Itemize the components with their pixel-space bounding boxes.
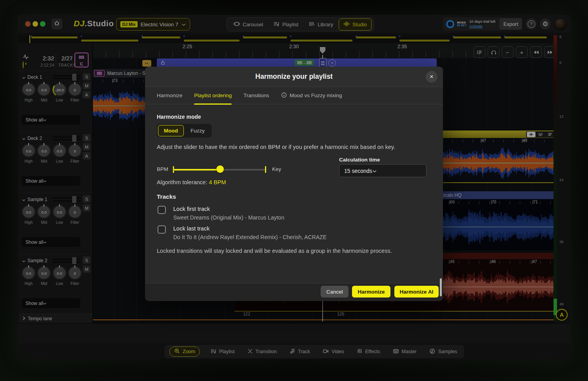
- lock-last-track-label[interactable]: Lock last track: [173, 225, 210, 232]
- close-button[interactable]: ×: [426, 71, 437, 83]
- calc-time-heading: Calculation time: [339, 157, 380, 163]
- modal-tab-label: Harmonize: [157, 93, 182, 98]
- last-track-name: Do It To It (Andrew Rayel Extended Remix…: [173, 234, 327, 240]
- mode-heading: Harmonize mode: [157, 114, 201, 120]
- mode-mood-button[interactable]: Mood: [158, 125, 184, 136]
- app-screen: DJ.Studio DJ Mix Electric Vision 7 Carou…: [0, 0, 588, 381]
- modal-tab-label: Playlist ordering: [194, 93, 232, 98]
- locked-transitions-note: Locked transitions will stay locked and …: [157, 248, 431, 254]
- modal-scrollbar[interactable]: [440, 278, 442, 296]
- lock-first-track-label[interactable]: Lock first track: [173, 206, 210, 212]
- modal-tab-label: Mood vs Fuzzy mixing: [290, 93, 342, 98]
- modal-tab-harmonize[interactable]: Harmonize: [157, 87, 182, 104]
- modal-title: Harmonize your playlist: [255, 73, 332, 81]
- calc-time-value: 15 seconds: [344, 168, 372, 174]
- modal-header: Harmonize your playlist ×: [145, 67, 443, 87]
- slider-end-tick: [265, 166, 266, 173]
- first-track-name: Sweet Dreams (Original Mix) - Marcus Lay…: [173, 214, 284, 221]
- harmonize-ai-button[interactable]: Harmonize AI: [394, 286, 439, 298]
- tolerance-value: 4 BPM: [209, 179, 226, 185]
- cancel-button[interactable]: Cancel: [321, 286, 348, 298]
- info-icon: [281, 92, 287, 99]
- modal-harmonize-button[interactable]: Harmonize: [352, 286, 390, 298]
- mode-segmented-control: Mood Fuzzy: [157, 124, 212, 138]
- slider-thumb[interactable]: [216, 165, 224, 173]
- harmonize-modal: Harmonize your playlist × HarmonizePlayl…: [145, 67, 443, 301]
- slider-fill: [174, 169, 220, 171]
- calc-time-select[interactable]: 15 seconds: [339, 164, 426, 177]
- chevron-down-icon: [372, 168, 377, 174]
- modal-tab-transitions[interactable]: Transitions: [243, 87, 269, 104]
- slider-left-label: BPM: [157, 166, 168, 172]
- mode-fuzzy-button[interactable]: Fuzzy: [185, 125, 211, 136]
- algorithm-tolerance: Algorithm tolerance: 4 BPM: [157, 179, 226, 185]
- close-icon: ×: [430, 73, 433, 80]
- modal-tab-mood-vs-fuzzy-mixing[interactable]: Mood vs Fuzzy mixing: [281, 87, 342, 104]
- mode-description: Adjust the slider to have the mix ordere…: [157, 144, 431, 150]
- lock-last-track-checkbox[interactable]: [158, 225, 166, 234]
- modal-tab-playlist-ordering[interactable]: Playlist ordering: [194, 87, 232, 104]
- modal-tabs: HarmonizePlaylist orderingTransitionsMoo…: [145, 87, 443, 104]
- tracks-heading: Tracks: [157, 193, 176, 200]
- modal-tab-label: Transitions: [243, 93, 269, 98]
- lock-first-track-checkbox[interactable]: [158, 206, 166, 214]
- slider-right-label: Key: [272, 166, 281, 172]
